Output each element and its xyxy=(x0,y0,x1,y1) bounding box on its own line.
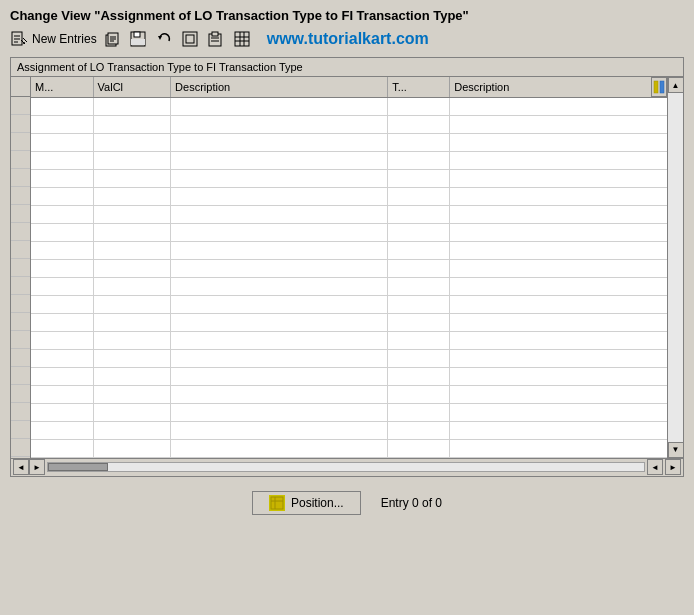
table-cell[interactable] xyxy=(31,97,93,115)
table-cell[interactable] xyxy=(388,187,450,205)
scroll-up-button[interactable]: ▲ xyxy=(668,77,684,93)
table-cell[interactable] xyxy=(93,421,171,439)
table-cell[interactable] xyxy=(93,313,171,331)
table-cell[interactable] xyxy=(171,205,388,223)
table-cell[interactable] xyxy=(388,133,450,151)
h-scroll-track[interactable] xyxy=(47,462,645,472)
table-cell[interactable] xyxy=(388,439,450,457)
table-cell[interactable] xyxy=(388,205,450,223)
table-cell[interactable] xyxy=(450,439,667,457)
table-cell[interactable] xyxy=(171,115,388,133)
copy-icon-button[interactable] xyxy=(101,28,123,50)
table-cell[interactable] xyxy=(450,151,667,169)
h-scroll-left-button[interactable]: ◄ xyxy=(13,459,29,475)
table-cell[interactable] xyxy=(93,349,171,367)
col-header-desc1[interactable]: Description xyxy=(171,77,388,97)
table-row[interactable] xyxy=(31,421,667,439)
table-cell[interactable] xyxy=(388,313,450,331)
table-cell[interactable] xyxy=(31,313,93,331)
table-row[interactable] xyxy=(31,277,667,295)
table-cell[interactable] xyxy=(450,277,667,295)
table-cell[interactable] xyxy=(93,367,171,385)
table-cell[interactable] xyxy=(388,241,450,259)
table-row[interactable] xyxy=(31,115,667,133)
table-cell[interactable] xyxy=(31,349,93,367)
table-cell[interactable] xyxy=(450,403,667,421)
table-cell[interactable] xyxy=(388,349,450,367)
table-cell[interactable] xyxy=(93,115,171,133)
table-cell[interactable] xyxy=(171,151,388,169)
table-cell[interactable] xyxy=(450,421,667,439)
table-cell[interactable] xyxy=(450,367,667,385)
table-cell[interactable] xyxy=(93,223,171,241)
table-row[interactable] xyxy=(31,187,667,205)
table-cell[interactable] xyxy=(388,223,450,241)
table-cell[interactable] xyxy=(450,133,667,151)
table-cell[interactable] xyxy=(171,223,388,241)
col-header-mov-type[interactable]: M... xyxy=(31,77,93,97)
table-cell[interactable] xyxy=(388,151,450,169)
paste-icon-button[interactable] xyxy=(205,28,227,50)
table-cell[interactable] xyxy=(93,151,171,169)
table-cell[interactable] xyxy=(450,331,667,349)
table-cell[interactable] xyxy=(450,205,667,223)
table-cell[interactable] xyxy=(31,169,93,187)
table-row[interactable] xyxy=(31,385,667,403)
table-row[interactable] xyxy=(31,295,667,313)
table-cell[interactable] xyxy=(171,439,388,457)
col-header-val-class[interactable]: ValCl xyxy=(93,77,171,97)
table-cell[interactable] xyxy=(388,97,450,115)
table-cell[interactable] xyxy=(450,295,667,313)
table-cell[interactable] xyxy=(31,277,93,295)
table-cell[interactable] xyxy=(450,97,667,115)
table-cell[interactable] xyxy=(93,403,171,421)
table-cell[interactable] xyxy=(388,367,450,385)
table-cell[interactable] xyxy=(93,385,171,403)
table-cell[interactable] xyxy=(93,133,171,151)
table-cell[interactable] xyxy=(31,295,93,313)
table-cell[interactable] xyxy=(171,97,388,115)
table-cell[interactable] xyxy=(171,241,388,259)
col-header-desc2[interactable]: Description xyxy=(450,77,667,97)
table-row[interactable] xyxy=(31,169,667,187)
table-row[interactable] xyxy=(31,223,667,241)
table-cell[interactable] xyxy=(450,187,667,205)
new-entries-button[interactable]: New Entries xyxy=(10,30,97,48)
table-cell[interactable] xyxy=(31,133,93,151)
table-cell[interactable] xyxy=(450,115,667,133)
table-cell[interactable] xyxy=(171,259,388,277)
table-cell[interactable] xyxy=(31,115,93,133)
table-cell[interactable] xyxy=(171,313,388,331)
table-cell[interactable] xyxy=(171,331,388,349)
table-cell[interactable] xyxy=(93,169,171,187)
table-cell[interactable] xyxy=(93,205,171,223)
table-row[interactable] xyxy=(31,349,667,367)
copy2-icon-button[interactable] xyxy=(179,28,201,50)
table-cell[interactable] xyxy=(93,259,171,277)
table-cell[interactable] xyxy=(171,169,388,187)
table-cell[interactable] xyxy=(171,349,388,367)
table-row[interactable] xyxy=(31,439,667,457)
table-cell[interactable] xyxy=(171,295,388,313)
table-cell[interactable] xyxy=(31,259,93,277)
scroll-down-button[interactable]: ▼ xyxy=(668,442,684,458)
table-cell[interactable] xyxy=(450,385,667,403)
col-header-trans-type[interactable]: T... xyxy=(388,77,450,97)
table-cell[interactable] xyxy=(31,205,93,223)
h-scroll-right-button2[interactable]: ► xyxy=(665,459,681,475)
table-cell[interactable] xyxy=(388,421,450,439)
table-cell[interactable] xyxy=(31,241,93,259)
table-cell[interactable] xyxy=(450,169,667,187)
table-cell[interactable] xyxy=(450,349,667,367)
table-row[interactable] xyxy=(31,259,667,277)
table-row[interactable] xyxy=(31,403,667,421)
table-cell[interactable] xyxy=(31,385,93,403)
table-cell[interactable] xyxy=(93,97,171,115)
table-cell[interactable] xyxy=(388,331,450,349)
table-cell[interactable] xyxy=(388,385,450,403)
table-cell[interactable] xyxy=(450,223,667,241)
undo-icon-button[interactable] xyxy=(153,28,175,50)
h-scroll-right-button1[interactable]: ◄ xyxy=(647,459,663,475)
vertical-scrollbar[interactable]: ▲ ▼ xyxy=(667,77,683,458)
table-cell[interactable] xyxy=(450,313,667,331)
